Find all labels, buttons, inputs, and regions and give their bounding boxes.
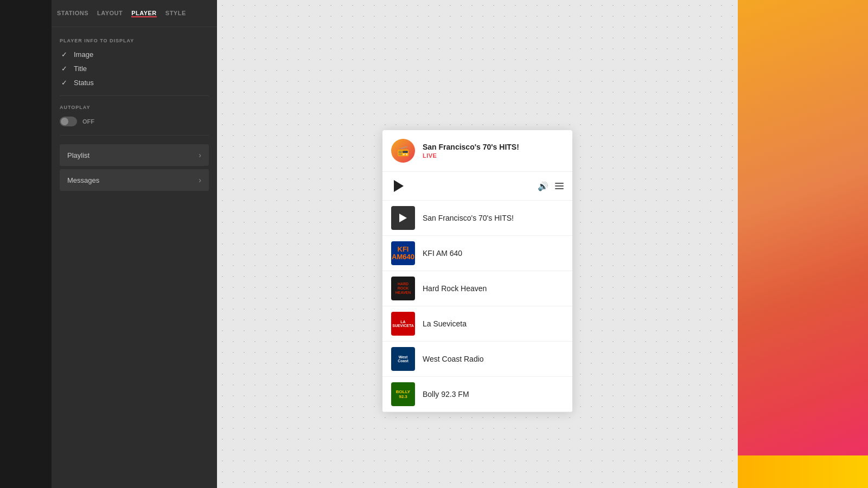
now-playing-info: San Francisco's 70's HITS! LIVE	[423, 143, 519, 159]
current-station-logo: 📻	[391, 139, 415, 163]
checkbox-image[interactable]: ✓ Image	[60, 50, 209, 59]
play-icon	[394, 180, 404, 192]
check-icon-image: ✓	[60, 50, 68, 59]
messages-label: Messages	[67, 176, 99, 184]
checkbox-label-status: Status	[74, 79, 94, 87]
player-info-label: PLAYER INFO TO DISPLAY	[60, 38, 209, 43]
playlist-icon[interactable]	[555, 183, 564, 189]
station-logo-6: BOLLY92.3	[391, 382, 415, 406]
autoplay-label: AUTOPLAY	[60, 105, 209, 110]
station-name-3: Hard Rock Heaven	[423, 284, 487, 293]
left-sidebar	[0, 0, 52, 488]
accordion-messages[interactable]: Messages ›	[60, 169, 209, 191]
panel-content: PLAYER INFO TO DISPLAY ✓ Image ✓ Title ✓…	[52, 27, 217, 488]
autoplay-toggle-row: OFF	[60, 117, 209, 126]
nav-tabs: STATIONS LAYOUT PLAYER STYLE	[52, 0, 217, 27]
checkbox-title[interactable]: ✓ Title	[60, 64, 209, 73]
station-list-item[interactable]: BOLLY92.3 Bolly 92.3 FM	[382, 377, 572, 412]
divider-2	[60, 135, 209, 136]
station-logo-5: WestCoast	[391, 347, 415, 371]
tab-player[interactable]: PLAYER	[131, 10, 157, 17]
play-overlay-icon	[399, 214, 407, 222]
playlist-label: Playlist	[67, 151, 90, 159]
chevron-right-icon: ›	[199, 151, 201, 159]
station-list-item[interactable]: San Francisco's 70's HITS!	[382, 201, 572, 236]
current-station-name: San Francisco's 70's HITS!	[423, 143, 519, 151]
station-name-4: La Sueviceta	[423, 319, 467, 328]
checkbox-label-image: Image	[74, 50, 93, 59]
volume-icon[interactable]: 🔊	[538, 181, 548, 191]
station-name-2: KFI AM 640	[423, 249, 462, 258]
station-logo-1	[391, 206, 415, 230]
station-list-item[interactable]: LASUEVICETA La Sueviceta	[382, 306, 572, 342]
settings-panel: STATIONS LAYOUT PLAYER STYLE PLAYER INFO…	[52, 0, 217, 488]
chevron-right-icon-2: ›	[199, 176, 201, 184]
station-list-item[interactable]: HARDROCKHEAVEN Hard Rock Heaven	[382, 271, 572, 306]
bg-gradient-right	[738, 0, 868, 488]
check-icon-status: ✓	[60, 78, 68, 87]
checkbox-label-title: Title	[74, 65, 87, 73]
player-widget: 📻 San Francisco's 70's HITS! LIVE 🔊	[382, 130, 572, 412]
toggle-knob	[61, 118, 68, 125]
station-list: San Francisco's 70's HITS! KFIAM640 KFI …	[382, 201, 572, 412]
station-logo-2: KFIAM640	[391, 241, 415, 265]
tab-stations[interactable]: STATIONS	[57, 10, 88, 17]
tab-layout[interactable]: LAYOUT	[97, 10, 123, 17]
play-button[interactable]	[391, 178, 406, 194]
now-playing-header: 📻 San Francisco's 70's HITS! LIVE	[382, 130, 572, 172]
station-name-5: West Coast Radio	[423, 355, 484, 363]
station-list-item[interactable]: WestCoast West Coast Radio	[382, 342, 572, 377]
preview-area: 📻 San Francisco's 70's HITS! LIVE 🔊	[217, 0, 738, 488]
autoplay-off-label: OFF	[82, 118, 94, 125]
station-list-item[interactable]: KFIAM640 KFI AM 640	[382, 236, 572, 271]
station-logo-4: LASUEVICETA	[391, 312, 415, 336]
player-controls-bar: 🔊	[382, 172, 572, 201]
station-name-6: Bolly 92.3 FM	[423, 390, 469, 399]
checkbox-status[interactable]: ✓ Status	[60, 78, 209, 87]
live-badge: LIVE	[423, 152, 519, 159]
station-logo-3: HARDROCKHEAVEN	[391, 277, 415, 300]
right-controls: 🔊	[538, 181, 564, 191]
autoplay-toggle[interactable]	[60, 117, 77, 126]
station-name-1: San Francisco's 70's HITS!	[423, 214, 514, 222]
divider-1	[60, 95, 209, 96]
autoplay-section: AUTOPLAY OFF	[60, 105, 209, 126]
accordion-playlist[interactable]: Playlist ›	[60, 144, 209, 166]
check-icon-title: ✓	[60, 64, 68, 73]
tab-style[interactable]: STYLE	[165, 10, 186, 17]
